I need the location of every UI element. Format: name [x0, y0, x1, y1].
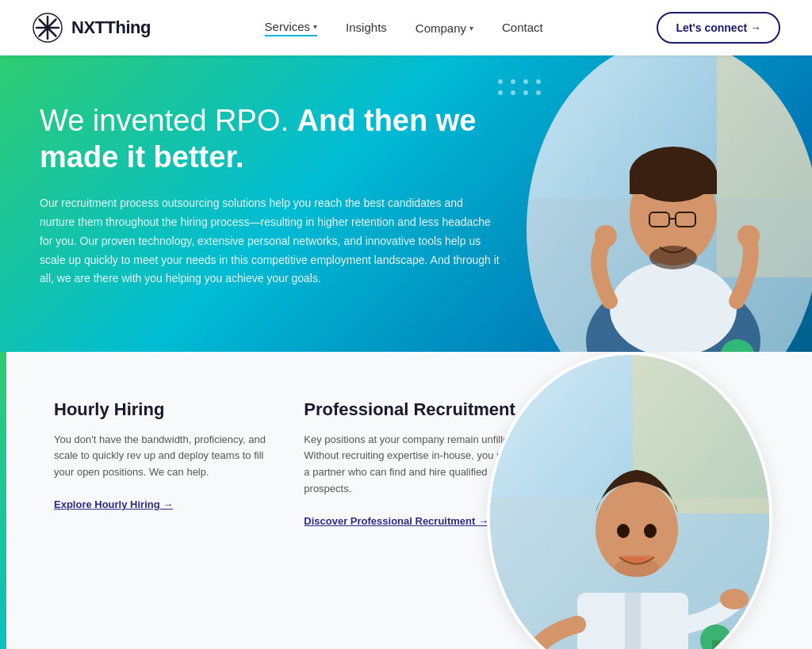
hero-body: Our recruitment process outsourcing solu…: [40, 194, 500, 288]
lets-connect-button[interactable]: Let's connect →: [657, 12, 780, 44]
svg-rect-27: [625, 593, 641, 649]
svg-rect-12: [630, 170, 717, 194]
nav-item-services[interactable]: Services ▾: [265, 20, 318, 36]
dot: [511, 90, 515, 95]
services-person-illustration: [490, 355, 772, 649]
dot: [498, 79, 503, 84]
chevron-down-icon: ▾: [313, 22, 317, 31]
dot: [536, 90, 541, 95]
explore-hourly-hiring-link[interactable]: Explore Hourly Hiring →: [54, 498, 173, 510]
hero-section: We invented RPO. And then we made it bet…: [0, 55, 812, 352]
svg-point-18: [737, 225, 760, 247]
svg-point-30: [617, 524, 630, 538]
nav-link-contact[interactable]: Contact: [502, 21, 543, 34]
navbar: NXTThing Services ▾ Insights Company ▾: [0, 0, 812, 55]
dot: [523, 90, 528, 95]
svg-point-32: [720, 589, 749, 609]
nav-link-company[interactable]: Company ▾: [416, 21, 473, 35]
logo-icon: [32, 12, 63, 44]
nav-item-company[interactable]: Company ▾: [416, 21, 473, 35]
hero-person-illustration: [527, 55, 812, 352]
nav-link-insights[interactable]: Insights: [346, 21, 387, 34]
service-desc-hourly-hiring: You don't have the bandwidth, proficienc…: [54, 432, 272, 481]
service-title-professional-recruitment: Professional Recruitment: [304, 399, 522, 420]
svg-point-13: [649, 246, 697, 269]
logo-text: NXTThing: [71, 17, 151, 38]
nav-links-container: Services ▾ Insights Company ▾ Contact: [265, 20, 543, 36]
service-title-hourly-hiring: Hourly Hiring: [54, 399, 272, 420]
svg-point-31: [644, 524, 657, 538]
hero-headline: We invented RPO. And then we made it bet…: [40, 103, 531, 175]
dot: [536, 79, 541, 84]
discover-professional-recruitment-link[interactable]: Discover Professional Recruitment →: [304, 515, 488, 527]
nav-item-insights[interactable]: Insights: [346, 21, 387, 35]
services-circle-image: [487, 352, 772, 649]
logo[interactable]: NXTThing: [32, 12, 151, 44]
green-accent-bar: [0, 352, 6, 649]
services-image-spacer: [554, 399, 772, 649]
dot: [511, 79, 515, 84]
nav-link-services[interactable]: Services ▾: [265, 20, 318, 36]
chevron-down-icon: ▾: [469, 24, 473, 32]
nav-links: Services ▾ Insights Company ▾ Contact: [265, 20, 543, 36]
svg-point-17: [595, 225, 617, 247]
hero-content: We invented RPO. And then we made it bet…: [40, 103, 531, 288]
services-grid: Hourly Hiring You don't have the bandwid…: [6, 352, 812, 649]
dot: [498, 90, 503, 95]
dots-decoration: [498, 79, 542, 95]
service-card-hourly-hiring: Hourly Hiring You don't have the bandwid…: [54, 399, 272, 649]
dot: [523, 79, 528, 84]
nav-item-contact[interactable]: Contact: [502, 21, 543, 35]
services-section: Hourly Hiring You don't have the bandwid…: [0, 352, 812, 649]
hero-image: [527, 55, 812, 352]
